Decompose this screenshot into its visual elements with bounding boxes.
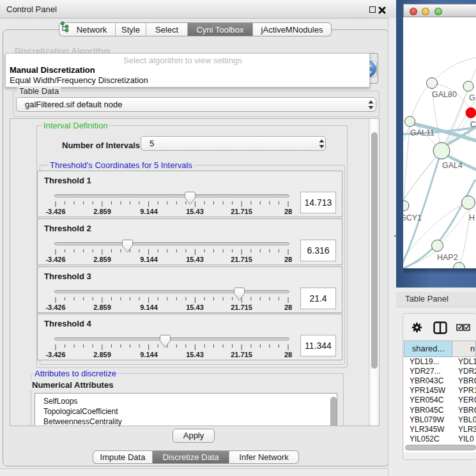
svg-text:H: H bbox=[469, 213, 475, 222]
svg-text:GCY1: GCY1 bbox=[403, 213, 422, 222]
svg-text:G...: G... bbox=[469, 93, 476, 102]
svg-text:C: C bbox=[470, 120, 476, 129]
svg-text:GAL80: GAL80 bbox=[432, 90, 457, 99]
svg-text:GAL11: GAL11 bbox=[410, 128, 434, 137]
svg-text:HAP2: HAP2 bbox=[437, 253, 458, 262]
svg-text:GAL4: GAL4 bbox=[442, 161, 463, 170]
